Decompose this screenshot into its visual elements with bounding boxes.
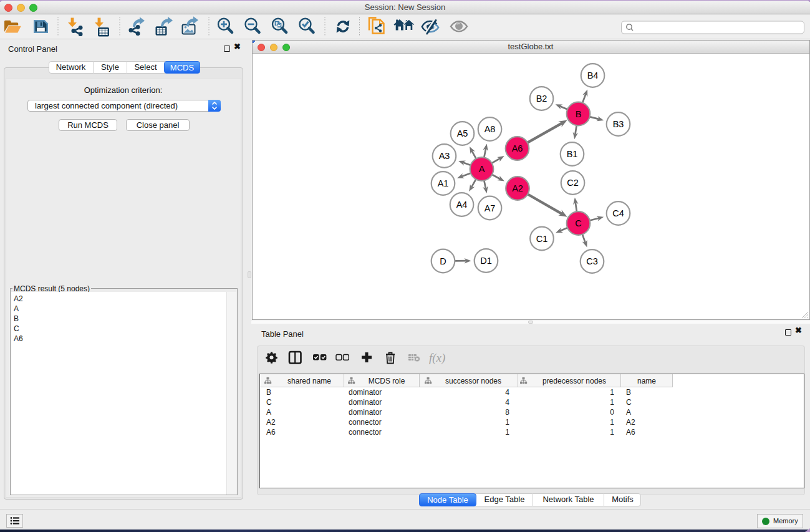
svg-text:1: 1 xyxy=(610,398,614,407)
svg-text:A2: A2 xyxy=(512,183,523,193)
svg-text:A1: A1 xyxy=(437,178,448,188)
svg-text:connector: connector xyxy=(349,418,382,427)
svg-text:C: C xyxy=(626,398,632,407)
svg-text:1: 1 xyxy=(505,428,509,437)
svg-text:1: 1 xyxy=(610,388,614,397)
svg-text:B3: B3 xyxy=(612,119,624,129)
svg-text:B1: B1 xyxy=(566,149,577,159)
svg-text:0: 0 xyxy=(610,408,614,417)
svg-text:MCDS role: MCDS role xyxy=(368,377,405,385)
svg-text:C3: C3 xyxy=(586,256,598,266)
svg-text:successor nodes: successor nodes xyxy=(445,377,501,385)
svg-text:dominator: dominator xyxy=(349,398,382,407)
svg-text:C4: C4 xyxy=(612,208,624,218)
svg-text:C: C xyxy=(266,398,272,407)
svg-text:connector: connector xyxy=(349,428,382,437)
svg-text:A2: A2 xyxy=(266,418,276,427)
svg-text:B: B xyxy=(626,388,631,397)
svg-text:B4: B4 xyxy=(587,70,598,80)
svg-text:f(x): f(x) xyxy=(429,351,445,365)
svg-text:predecessor nodes: predecessor nodes xyxy=(542,377,605,385)
svg-text:A: A xyxy=(478,164,485,174)
svg-text:dominator: dominator xyxy=(349,408,382,417)
svg-text:name: name xyxy=(637,377,655,385)
svg-text:A6: A6 xyxy=(511,143,523,153)
svg-text:D: D xyxy=(440,256,446,266)
svg-text:B2: B2 xyxy=(536,94,547,104)
svg-text:A: A xyxy=(266,408,271,417)
svg-text:dominator: dominator xyxy=(349,388,382,397)
svg-text:D1: D1 xyxy=(480,256,492,266)
svg-text:B: B xyxy=(266,388,271,397)
svg-text:1: 1 xyxy=(505,418,509,427)
svg-text:1: 1 xyxy=(610,418,614,427)
svg-text:A: A xyxy=(626,408,631,417)
svg-text:C2: C2 xyxy=(567,178,579,188)
svg-text:A8: A8 xyxy=(484,124,495,134)
svg-text:4: 4 xyxy=(505,388,509,397)
svg-text:8: 8 xyxy=(505,408,509,417)
svg-text:A6: A6 xyxy=(626,428,635,437)
svg-text:A7: A7 xyxy=(484,203,495,213)
svg-text:C1: C1 xyxy=(536,234,547,244)
svg-text:A2: A2 xyxy=(626,418,635,427)
svg-text:A3: A3 xyxy=(438,151,450,161)
svg-text:1: 1 xyxy=(610,428,614,437)
svg-text:A4: A4 xyxy=(456,200,467,210)
svg-text:4: 4 xyxy=(505,398,509,407)
svg-text:C: C xyxy=(575,218,581,228)
svg-text:A6: A6 xyxy=(266,428,276,437)
svg-text:A5: A5 xyxy=(456,128,468,138)
svg-text:shared name: shared name xyxy=(287,377,330,385)
svg-text:B: B xyxy=(575,109,581,119)
